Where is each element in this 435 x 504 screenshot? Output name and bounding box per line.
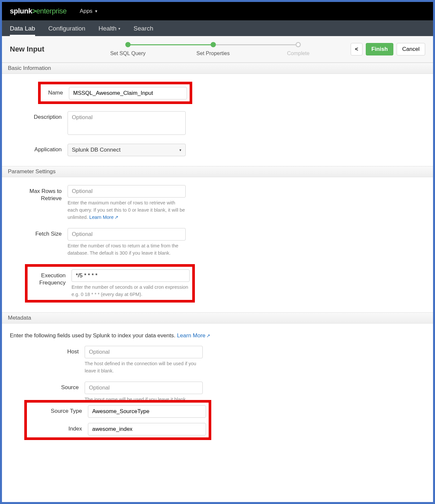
step-label: Set SQL Query [110,51,146,56]
section-meta-body: Enter the following fields used by Splun… [2,324,433,450]
name-input[interactable] [69,87,187,99]
fetchsize-input[interactable] [68,228,186,241]
learn-more-link[interactable]: Learn More↗ [177,332,210,339]
back-button[interactable]: < [351,43,362,55]
tab-data-lab[interactable]: Data Lab [10,22,35,36]
brand-enterprise: enterprise [36,7,67,15]
wizard-header: New Input Set SQL Query Set Properties C… [2,36,433,63]
section-param-header: Parameter Settings [2,166,433,177]
step-label: Set Properties [197,51,230,56]
brand-splunk: splunk [10,7,32,15]
section-basic-header: Basic Information [2,63,433,74]
external-link-icon: ↗ [114,215,118,220]
step-label: Complete [287,51,309,56]
finish-button[interactable]: Finish [366,43,393,55]
external-link-icon: ↗ [206,333,210,338]
host-help: The host defined in the connection will … [85,360,203,375]
sourcetype-label: Source Type [30,405,82,414]
step-dot-active-icon [211,42,216,47]
fetchsize-help: Enter the number of rows to return at a … [68,242,186,257]
maxrows-input[interactable] [68,185,186,198]
source-label: Source [8,382,79,391]
tab-configuration[interactable]: Configuration [48,22,85,36]
step-connector [213,44,299,45]
step-dot-upcoming-icon [296,42,301,47]
execfreq-input[interactable] [72,269,190,282]
cancel-button[interactable]: Cancel [397,43,425,55]
caret-down-icon: ▼ [94,9,98,13]
caret-down-icon: ▾ [179,148,181,152]
apps-menu[interactable]: Apps ▼ [80,8,98,14]
section-meta-header: Metadata [2,312,433,324]
highlight-box-name: Name [38,82,192,104]
page-title: New Input [10,45,85,53]
highlight-box-sourcetype-index: Source Type Index [24,400,211,440]
maxrows-help: Enter the maximum number of rows to retr… [68,200,186,221]
wizard-step-1: Set SQL Query [85,42,171,56]
section-param-body: Max Rows to Retrieve Enter the maximum n… [2,177,433,312]
name-label: Name [43,87,63,96]
source-input[interactable] [85,382,203,394]
brand-gt: > [32,7,36,15]
wizard-actions: < Finish Cancel [351,43,425,55]
caret-down-icon: ▾ [118,27,120,31]
tab-search[interactable]: Search [134,22,153,36]
host-input[interactable] [85,346,203,358]
fetchsize-label: Fetch Size [8,228,62,237]
description-label: Description [8,111,62,120]
tab-health[interactable]: Health ▾ [98,22,120,36]
description-textarea[interactable] [68,111,186,135]
index-input[interactable] [88,423,206,435]
application-select[interactable]: Splunk DB Connect ▾ [68,144,186,156]
step-connector [128,44,213,45]
sourcetype-input[interactable] [88,405,206,418]
meta-intro: Enter the following fields used by Splun… [8,327,238,346]
maxrows-label: Max Rows to Retrieve [8,185,62,202]
apps-label: Apps [80,8,93,14]
wizard-steps: Set SQL Query Set Properties Complete [85,42,341,56]
brand-logo: splunk>enterprise [10,7,67,15]
app-nav: Data Lab Configuration Health ▾ Search [2,20,433,36]
highlight-box-exec: Execution Frequency Enter the number of … [25,264,195,303]
host-label: Host [8,346,79,355]
global-topbar: splunk>enterprise Apps ▼ [2,2,433,20]
execfreq-label: Execution Frequency [30,269,66,286]
application-label: Application [8,144,62,153]
application-selected: Splunk DB Connect [72,147,120,153]
chevron-left-icon: < [355,46,358,52]
step-dot-complete-icon [125,42,131,47]
section-basic-body: Name Description Application Splunk DB C… [2,74,433,166]
execfreq-help: Enter the number of seconds or a valid c… [72,284,190,298]
index-label: Index [30,423,82,432]
learn-more-link[interactable]: Learn More↗ [89,215,118,220]
